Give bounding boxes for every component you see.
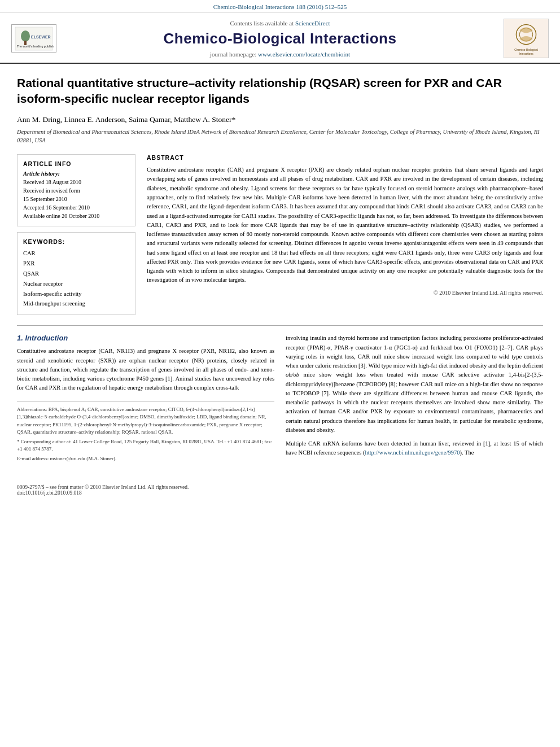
article-info-title: ARTICLE INFO bbox=[23, 160, 129, 167]
keywords-box: Keywords: CAR PXR QSAR Nuclear receptor … bbox=[17, 232, 135, 315]
elsevier-logo-container: ELSEVIER The world's leading publisher bbox=[11, 24, 62, 53]
svg-text:The world's leading publisher: The world's leading publisher bbox=[17, 45, 54, 48]
intro-heading: 1. Introduction bbox=[17, 334, 274, 342]
journal-header-right: Chemico-Biological Interactions bbox=[498, 19, 549, 58]
homepage-line: journal homepage: www.elsevier.com/locat… bbox=[62, 51, 498, 58]
info-abstract-section: ARTICLE INFO Article history: Received 1… bbox=[17, 154, 543, 315]
homepage-url[interactable]: www.elsevier.com/locate/chembioint bbox=[258, 51, 350, 58]
keyword-1: CAR bbox=[23, 248, 129, 259]
corresponding-footnote: * Corresponding author at: 41 Lower Coll… bbox=[17, 438, 274, 453]
keyword-6: Mid-throughput screening bbox=[23, 299, 129, 309]
section-divider bbox=[17, 325, 543, 326]
authors-text: Ann M. Dring, Linnea E. Anderson, Saima … bbox=[17, 115, 235, 124]
keyword-5: Isoform-specific activity bbox=[23, 289, 129, 299]
keyword-3: QSAR bbox=[23, 269, 129, 279]
email-footnote: E-mail address: mstoner@uri.edu (M.A. St… bbox=[17, 455, 274, 463]
sciencedirect-link[interactable]: ScienceDirect bbox=[295, 20, 330, 27]
article-info-box: ARTICLE INFO Article history: Received 1… bbox=[17, 154, 135, 226]
abstract-section: ABSTRACT Constitutive androstane recepto… bbox=[147, 154, 543, 315]
homepage-label: journal homepage: bbox=[210, 51, 256, 58]
contents-line: Contents lists available at ScienceDirec… bbox=[62, 20, 498, 27]
elsevier-logo: ELSEVIER The world's leading publisher bbox=[11, 24, 56, 53]
top-bar: Chemico-Biological Interactions 188 (201… bbox=[0, 0, 560, 13]
and-connector: and bbox=[353, 408, 361, 414]
body-left-col: 1. Introduction Constitutive androstane … bbox=[17, 334, 274, 464]
bottom-bar: 0009-2797/$ – see front matter © 2010 El… bbox=[0, 484, 560, 496]
journal-header-center: Contents lists available at ScienceDirec… bbox=[62, 20, 498, 58]
received-revised-label: Received in revised form bbox=[23, 186, 129, 195]
intro-para-1: Constitutive androstane receptor (CAR, N… bbox=[17, 347, 274, 392]
ncbi-link[interactable]: http://www.ncbi.nlm.nih.gov/gene/9970 bbox=[365, 449, 460, 456]
journal-logo-image: Chemico-Biological Interactions bbox=[504, 19, 549, 58]
abstract-text: Constitutive androstane receptor (CAR) a… bbox=[147, 165, 543, 285]
footnote-area: Abbreviations: BPA, bisphenol A; CAR, co… bbox=[17, 401, 274, 463]
authors-line: Ann M. Dring, Linnea E. Anderson, Saima … bbox=[17, 115, 543, 124]
main-content: Rational quantitative structure–activity… bbox=[0, 64, 560, 475]
doi-line: doi:10.1016/j.cbi.2010.09.018 bbox=[17, 490, 543, 496]
article-history-title: Article history: bbox=[23, 171, 129, 177]
intro-para-3: Multiple CAR mRNA isoforms have been det… bbox=[286, 439, 543, 458]
keyword-2: PXR bbox=[23, 259, 129, 269]
svg-text:Interactions: Interactions bbox=[519, 53, 533, 55]
body-right-col: involving insulin and thyroid hormone an… bbox=[286, 334, 543, 464]
abbreviations-footnote: Abbreviations: BPA, bisphenol A; CAR, co… bbox=[17, 406, 274, 436]
journal-header: ELSEVIER The world's leading publisher C… bbox=[0, 13, 560, 64]
svg-point-1 bbox=[21, 30, 30, 42]
svg-text:ELSEVIER: ELSEVIER bbox=[31, 35, 51, 39]
citation-text: Chemico-Biological Interactions 188 (201… bbox=[213, 3, 347, 10]
issn-line: 0009-2797/$ – see front matter © 2010 El… bbox=[17, 484, 543, 490]
keyword-4: Nuclear receptor bbox=[23, 279, 129, 289]
accepted-date: Accepted 16 September 2010 bbox=[23, 203, 129, 212]
copyright-line: © 2010 Elsevier Ireland Ltd. All rights … bbox=[147, 290, 543, 296]
article-title: Rational quantitative structure–activity… bbox=[17, 75, 543, 107]
journal-title: Chemico-Biological Interactions bbox=[62, 30, 498, 47]
received-date: Received 18 August 2010 bbox=[23, 178, 129, 186]
abstract-title: ABSTRACT bbox=[147, 154, 543, 161]
body-section: 1. Introduction Constitutive androstane … bbox=[17, 334, 543, 464]
revised-date: 15 September 2010 bbox=[23, 195, 129, 203]
available-online-date: Available online 20 October 2010 bbox=[23, 212, 129, 220]
svg-text:Chemico-Biological: Chemico-Biological bbox=[514, 49, 538, 51]
keywords-title: Keywords: bbox=[23, 238, 129, 245]
left-info-col: ARTICLE INFO Article history: Received 1… bbox=[17, 154, 135, 315]
intro-para-2: involving insulin and thyroid hormone an… bbox=[286, 334, 543, 435]
affiliation-text: Department of Biomedical and Pharmaceuti… bbox=[17, 128, 543, 146]
